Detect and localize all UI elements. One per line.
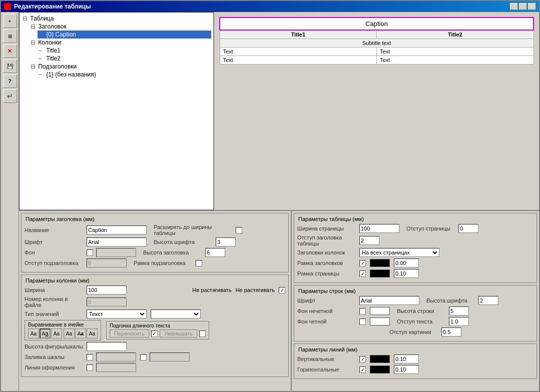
page-frame-label: Рамка страницы [297,270,357,276]
header-frame-checkbox[interactable] [359,260,366,266]
row-font-input[interactable] [359,296,419,305]
expand-icon[interactable]: ⊟ [23,15,29,22]
tree-item-title2[interactable]: – Title2 [38,54,211,62]
wrap-checkbox[interactable] [151,330,158,337]
font-size-input[interactable] [216,238,236,246]
line-params-group: Параметры линий (мм) Вертикальные Горизо… [294,344,537,379]
expand-label: Расширять до ширины таблицы [154,224,234,236]
subheader-frame-checkbox[interactable] [196,260,202,266]
col-headers-label: Заголовки колонок [297,250,357,256]
val-type-select2[interactable] [151,310,201,318]
wrap-button[interactable]: Переносить [110,330,149,338]
img-indent-input[interactable] [441,328,461,336]
val-type-select[interactable]: Текст [87,310,147,318]
figure-height-input[interactable] [87,342,127,351]
enter-button[interactable]: ↵ [3,89,17,103]
expand-checkbox[interactable] [236,227,242,234]
align-middle-right[interactable]: Аа [87,328,98,338]
col-num-input[interactable] [87,298,127,306]
odd-bg-color[interactable] [370,307,390,315]
header-frame-input[interactable] [394,258,419,268]
vertical-checkbox[interactable] [359,356,366,362]
align-middle-left[interactable]: Аа [64,328,75,338]
preview-table: Caption Title1 Title2 Subtitle text Text… [219,17,534,64]
params-section: Параметры заголовка (мм) Название Расшир… [19,211,539,391]
vertical-input[interactable] [394,354,419,364]
width-input[interactable] [87,286,127,294]
fill-scale-checkbox[interactable] [87,354,93,360]
row-height-input[interactable] [449,306,469,316]
expand-icon[interactable]: ⊟ [31,39,37,46]
col-headers-select[interactable]: На всех страницах [359,248,439,257]
tree-panel[interactable]: ⊟ Таблица ⊟ Заголовок {0} Caption ⊟ Коло… [19,12,214,210]
column-params-title: Параметры колонки (мм) [25,278,91,284]
preview-title1: Title1 [220,30,377,39]
minimize-button[interactable]: _ [510,3,518,10]
shrink-button[interactable]: Уменьшать [160,330,197,338]
header-height-input[interactable] [205,248,225,257]
fill-scale-input2[interactable] [150,352,190,362]
shrink-checkbox[interactable] [199,330,206,337]
delete-button[interactable]: ✕ [3,44,17,58]
table-button[interactable]: ⊞ [3,29,17,43]
no-stretch-checkbox[interactable] [279,287,285,294]
save-button[interactable]: 💾 [3,59,17,73]
row-params-title: Параметры строк (мм) [297,288,357,294]
table-params-title: Параметры таблицы (мм) [297,216,365,222]
align-top-center[interactable]: Аа [40,328,51,338]
horizontal-input[interactable] [394,365,419,374]
expand-icon[interactable]: ⊟ [31,23,37,30]
page-frame-color[interactable] [370,270,390,278]
tree-item-subheaders[interactable]: ⊟ Подзаголовки [30,62,211,70]
name-input[interactable] [87,226,147,234]
even-bg-color[interactable] [370,318,390,326]
subheader-indent-input[interactable] [87,258,127,268]
subheader-row: Отступ подзаголовка Рамка подзаголовка [25,258,285,268]
expand-icon[interactable]: ⊟ [31,63,37,70]
fill-scale-input[interactable] [96,352,136,362]
column-params-group: Параметры колонки (мм) Ширина Не растяги… [21,274,289,377]
odd-bg-checkbox[interactable] [359,308,366,314]
header-indent-input[interactable] [359,236,379,245]
img-indent-row: Отступ картинки [297,328,533,336]
header-frame-color[interactable] [370,259,390,267]
tree-item-columns[interactable]: ⊟ Колонки [30,38,211,46]
page-width-input[interactable] [359,224,399,233]
bg-checkbox[interactable] [87,250,93,256]
text-indent-input[interactable] [449,317,469,326]
tree-item-noname[interactable]: – {1} (без названия) [38,70,211,78]
align-title: Выравнивание в ячейке [28,322,98,328]
fitting-group: Подгонка длинного текста Переносить Умен… [106,321,209,340]
page-indent-input[interactable] [458,224,478,233]
maximize-button[interactable]: □ [519,3,527,10]
align-middle-center[interactable]: Аа [75,328,86,338]
page-frame-checkbox[interactable] [359,270,366,277]
table-params-group: Параметры таблицы (мм) Ширина страницы О… [294,213,537,283]
vertical-color[interactable] [370,355,390,363]
even-bg-checkbox[interactable] [359,318,366,325]
tree-item-caption[interactable]: {0} Caption [38,30,211,38]
page-frame-input[interactable] [394,269,419,278]
preview-data-r1c2: Text [377,48,534,56]
fill-scale-checkbox2[interactable] [140,354,147,360]
row-font-row: Шрифт Высота шрифта [297,296,533,305]
tree-item-header[interactable]: ⊟ Заголовок [30,22,211,30]
tree-item-table[interactable]: ⊟ Таблица [22,14,211,22]
horizontal-color[interactable] [370,366,390,374]
close-button[interactable]: ✕ [528,3,536,10]
fitting-title: Подгонка длинного текста [110,323,206,328]
bg-input[interactable] [96,248,136,257]
col-headers-row: Заголовки колонок На всех страницах [297,248,533,257]
add-button[interactable]: + [3,14,17,28]
line-checkbox[interactable] [87,364,93,371]
align-top-left[interactable]: Аа [28,328,39,338]
align-top-right[interactable]: Аа [51,328,62,338]
font-input[interactable] [87,238,147,246]
tree-item-title1[interactable]: – Title1 [38,46,211,54]
horizontal-checkbox[interactable] [359,366,366,373]
line-input[interactable] [96,363,136,372]
row-font-size-input[interactable] [478,296,498,305]
help-button[interactable]: ? [3,74,17,88]
img-indent-label: Отступ картинки [389,329,439,335]
title-bar: Редактирование таблицы _ □ ✕ [1,1,539,12]
